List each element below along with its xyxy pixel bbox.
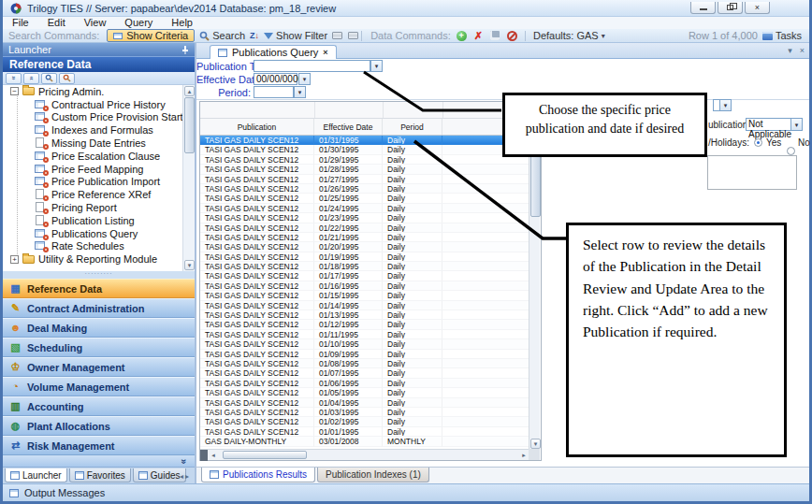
- table-row[interactable]: TASI GAS DAILY SCEN1201/04/1995Daily: [200, 398, 529, 408]
- table-row[interactable]: TASI GAS DAILY SCEN1201/12/1995Daily: [200, 320, 529, 329]
- tree-scrollbar[interactable]: ▴ ▾: [182, 85, 195, 271]
- add-icon[interactable]: +: [457, 31, 467, 41]
- tab-publication-indexes-1-[interactable]: Publication Indexes (1): [317, 468, 429, 482]
- table-row[interactable]: TASI GAS DAILY SCEN1201/25/1995Daily: [200, 194, 529, 203]
- collapse-all-button[interactable]: »: [6, 73, 22, 84]
- table-row[interactable]: TASI GAS DAILY SCEN1201/24/1995Daily: [200, 204, 529, 213]
- table-row[interactable]: TASI GAS DAILY SCEN1201/22/1995Daily: [200, 223, 529, 233]
- table-row[interactable]: TASI GAS DAILY SCEN1201/09/1995Daily: [200, 350, 529, 359]
- sort-icon[interactable]: Z↓: [250, 31, 259, 40]
- tree-item-rate-schedules[interactable]: Rate Schedules: [3, 240, 182, 253]
- table-row[interactable]: TASI GAS DAILY SCEN1201/18/1995Daily: [200, 262, 529, 271]
- menu-item-view[interactable]: View: [75, 17, 116, 29]
- defaults-dropdown[interactable]: Defaults: GAS▾: [529, 30, 610, 41]
- menu-item-edit[interactable]: Edit: [38, 17, 75, 29]
- column-header-effective-date[interactable]: Effective Date: [314, 119, 383, 135]
- table-row[interactable]: TASI GAS DAILY SCEN1201/28/1995Daily: [200, 165, 529, 174]
- table-row[interactable]: TASI GAS DAILY SCEN1201/10/1995Daily: [200, 339, 529, 349]
- search-button[interactable]: Search: [195, 30, 250, 41]
- accordion-item-scheduling[interactable]: ▧Scheduling: [3, 338, 195, 357]
- pin-icon[interactable]: [181, 46, 189, 54]
- column-header-publication[interactable]: Publication: [200, 119, 314, 135]
- holidays-yes-radio[interactable]: [754, 138, 762, 147]
- find-button[interactable]: [41, 73, 57, 84]
- table-row[interactable]: GAS DAILY-MONTHLY03/01/2008MONTHLY: [200, 437, 529, 446]
- table-row[interactable]: TASI GAS DAILY SCEN1201/05/1995Daily: [200, 388, 529, 397]
- grid-horizontal-scrollbar[interactable]: ◂ ▸: [200, 449, 529, 460]
- table-row[interactable]: TASI GAS DAILY SCEN1201/29/1995Daily: [200, 155, 529, 165]
- scroll-down-icon[interactable]: ▾: [184, 260, 195, 270]
- table-row[interactable]: TASI GAS DAILY SCEN1201/08/1995Daily: [200, 359, 529, 368]
- sidebar-tab-guides[interactable]: Guides: [133, 468, 186, 482]
- document-close-icon[interactable]: ×: [800, 46, 805, 55]
- find-next-button[interactable]: [59, 73, 75, 84]
- menu-item-file[interactable]: File: [3, 17, 38, 29]
- table-row[interactable]: TASI GAS DAILY SCEN1201/23/1995Daily: [200, 213, 529, 223]
- table-row[interactable]: TASI GAS DAILY SCEN1201/14/1995Daily: [200, 301, 529, 310]
- accordion-item-contract-administration[interactable]: ✎Contract Administration: [3, 298, 195, 318]
- tree-item-custom-price-provision-starter[interactable]: Custom Price Provision Starter: [3, 111, 182, 124]
- accordion-item-reference-data[interactable]: ▦Reference Data: [3, 279, 195, 298]
- table-row[interactable]: TASI GAS DAILY SCEN1201/15/1995Daily: [200, 291, 529, 300]
- table-row[interactable]: TASI GAS DAILY SCEN1201/01/1995Daily: [200, 427, 529, 437]
- tree-item-price-feed-mapping[interactable]: Price Feed Mapping: [3, 163, 182, 176]
- table-row[interactable]: TASI GAS DAILY SCEN1201/13/1995Daily: [200, 310, 529, 320]
- column-header-period[interactable]: Period: [383, 119, 442, 135]
- accordion-item-owner-management[interactable]: ♔Owner Management: [3, 357, 195, 377]
- delete-icon[interactable]: ✗: [474, 30, 483, 42]
- tree-item-publications-query[interactable]: Publications Query: [3, 227, 182, 240]
- sidebar-tab-launcher[interactable]: Launcher: [5, 468, 67, 482]
- expand-icon[interactable]: +: [10, 255, 19, 264]
- scrollbar-thumb[interactable]: [223, 451, 307, 459]
- menu-item-help[interactable]: Help: [162, 17, 202, 29]
- sidebar-tab-favorites[interactable]: Favorites: [69, 468, 131, 482]
- tree-item-price-reference-xref[interactable]: Price Reference XRef: [3, 188, 182, 201]
- tree-item-missing-date-entries[interactable]: Missing Date Entries: [3, 137, 182, 150]
- tree-item-indexes-and-formulas[interactable]: Indexes and Formulas: [3, 123, 182, 137]
- print-icon[interactable]: [348, 32, 358, 39]
- tree-item-utility-reporting-module[interactable]: +Utility & Reporting Module: [3, 252, 182, 266]
- publication-title-dropdown[interactable]: ▾: [370, 60, 383, 72]
- table-row[interactable]: TASI GAS DAILY SCEN1201/30/1995Daily: [200, 145, 529, 154]
- table-row[interactable]: TASI GAS DAILY SCEN1201/16/1995Daily: [200, 281, 529, 291]
- output-messages-bar[interactable]: Output Messages: [3, 483, 809, 501]
- scroll-left-icon[interactable]: ◂: [208, 450, 219, 460]
- splitter-grip[interactable]: [200, 450, 208, 461]
- tab-publications-query[interactable]: Publications Query ×: [210, 45, 337, 59]
- tree-item-price-escalation-clause[interactable]: Price Escalation Clause: [3, 150, 182, 163]
- table-row[interactable]: TASI GAS DAILY SCEN1201/11/1995Daily: [200, 330, 529, 339]
- effective-date-input[interactable]: 00/00/0000: [254, 73, 297, 85]
- restore-button[interactable]: [718, 2, 743, 14]
- menu-item-query[interactable]: Query: [115, 17, 162, 29]
- table-row[interactable]: TASI GAS DAILY SCEN1201/26/1995Daily: [200, 184, 529, 194]
- print-preview-icon[interactable]: [332, 32, 342, 39]
- tab-publications-results[interactable]: Publications Results: [201, 468, 315, 482]
- tree-item-publication-listing[interactable]: Publication Listing: [3, 214, 182, 227]
- tab-close-icon[interactable]: ×: [323, 48, 327, 57]
- table-row[interactable]: TASI GAS DAILY SCEN1201/27/1995Daily: [200, 175, 529, 184]
- table-row[interactable]: TASI GAS DAILY SCEN1201/21/1995Daily: [200, 233, 529, 242]
- table-row[interactable]: TASI GAS DAILY SCEN1201/19/1995Daily: [200, 252, 529, 262]
- scroll-up-icon[interactable]: ▴: [184, 86, 195, 96]
- show-criteria-button[interactable]: Show Criteria: [107, 29, 195, 42]
- table-row[interactable]: TASI GAS DAILY SCEN1201/06/1995Daily: [200, 379, 529, 388]
- detail-top-combo-dropdown[interactable]: ▾: [719, 99, 732, 111]
- accordion-item-accounting[interactable]: ▥Accounting: [3, 396, 195, 416]
- tree-item-price-publication-import[interactable]: Price Publication Import: [3, 176, 182, 189]
- accordion-item-risk-management[interactable]: ⇄Risk Management: [3, 436, 195, 455]
- panel-splitter[interactable]: ·········: [3, 271, 195, 279]
- table-row[interactable]: TASI GAS DAILY SCEN1201/17/1995Daily: [200, 271, 529, 281]
- publication-title-input[interactable]: [254, 60, 370, 72]
- holidays-no-radio[interactable]: [787, 147, 795, 155]
- scrollbar-thumb[interactable]: [184, 97, 195, 153]
- accordion-overflow-strip[interactable]: »: [3, 455, 195, 468]
- table-row[interactable]: TASI GAS DAILY SCEN1201/02/1995Daily: [200, 417, 529, 426]
- tasks-button[interactable]: Tasks: [758, 30, 809, 41]
- scroll-down-icon[interactable]: ▾: [530, 439, 541, 449]
- table-row[interactable]: TASI GAS DAILY SCEN1201/07/1995Daily: [200, 368, 529, 378]
- table-row[interactable]: TASI GAS DAILY SCEN1201/03/1995Daily: [200, 408, 529, 417]
- tree-item-contractual-price-history[interactable]: Contractual Price History: [3, 98, 182, 111]
- close-button[interactable]: ×: [745, 2, 770, 14]
- minimize-button[interactable]: [690, 2, 716, 14]
- collapse-icon[interactable]: −: [10, 87, 19, 95]
